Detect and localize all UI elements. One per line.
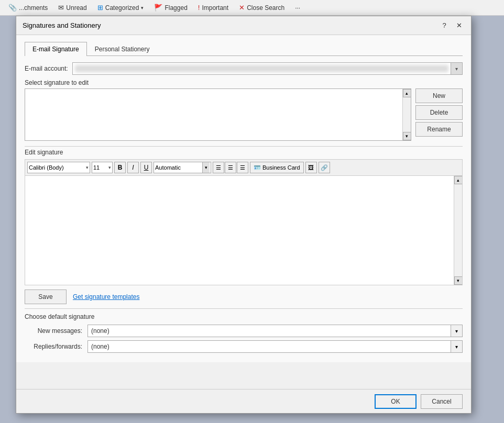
toolbar-unread-label: Unread	[66, 4, 86, 12]
save-row: Save Get signature templates	[25, 290, 463, 304]
new-messages-dropdown[interactable]: (none) ▾	[87, 325, 463, 337]
toolbar-flagged-label: Flagged	[165, 4, 187, 12]
format-toolbar: Calibri (Body) ▾ 11 ▾ B I U Automatic ▾	[25, 159, 463, 175]
save-button[interactable]: Save	[25, 290, 67, 304]
email-account-row: E-mail account: ▾	[25, 62, 463, 75]
scroll-down-button[interactable]: ▾	[403, 132, 411, 140]
align-left-icon: ☰	[216, 164, 221, 171]
replies-label: Replies/forwards:	[25, 343, 82, 350]
toolbar-item-important[interactable]: ! Important	[194, 2, 233, 14]
tab-bar: E-mail Signature Personal Stationery	[25, 41, 463, 56]
align-right-icon: ☰	[240, 164, 245, 171]
font-value: Calibri (Body)	[29, 164, 85, 171]
scroll-track	[403, 97, 411, 132]
align-center-button[interactable]: ☰	[225, 162, 236, 173]
bold-button[interactable]: B	[114, 162, 126, 173]
toolbar-item-close-search[interactable]: ✕ Close Search	[235, 2, 289, 14]
edit-sig-label: Edit signature	[25, 146, 463, 156]
sig-action-buttons: New Delete Rename	[415, 88, 463, 141]
replies-row: Replies/forwards: (none) ▾	[25, 340, 463, 353]
toolbar-item-unread[interactable]: ✉ Unread	[54, 2, 91, 14]
business-card-label: Business Card	[262, 164, 300, 171]
email-account-dropdown[interactable]: ▾	[72, 62, 463, 75]
toolbar-item-attachments[interactable]: 📎 ...chments	[4, 2, 52, 14]
dialog-title: Signatures and Stationery	[23, 21, 101, 29]
toolbar-close-search-label: Close Search	[247, 4, 284, 12]
replies-value: (none)	[91, 343, 109, 350]
hyperlink-button[interactable]: 🔗	[319, 162, 330, 173]
more-icon: ···	[295, 4, 300, 12]
font-color-selector[interactable]: Automatic ▾	[154, 162, 211, 173]
email-account-label: E-mail account:	[25, 65, 68, 72]
align-right-button[interactable]: ☰	[237, 162, 248, 173]
toolbar-attachments-label: ...chments	[19, 4, 48, 12]
arrow-down-icon2: ▾	[457, 278, 459, 283]
business-card-button[interactable]: 🪪 Business Card	[250, 162, 304, 173]
sig-scroll-track	[454, 184, 462, 276]
chevron-down-icon: ▾	[141, 5, 144, 10]
new-messages-row: New messages: (none) ▾	[25, 325, 463, 337]
tab-personal-stationery[interactable]: Personal Stationery	[87, 42, 158, 56]
font-size-selector[interactable]: 11 ▾	[92, 162, 113, 173]
sig-list-box[interactable]: ▴ ▾	[25, 88, 411, 141]
sig-edit-area[interactable]: ▴ ▾	[25, 175, 463, 285]
sig-list-scrollbar[interactable]: ▴ ▾	[402, 89, 411, 140]
rename-button[interactable]: Rename	[415, 122, 463, 137]
get-templates-link[interactable]: Get signature templates	[73, 293, 139, 300]
categorized-icon: ⊞	[97, 4, 103, 12]
tab-email-signature[interactable]: E-mail Signature	[25, 42, 87, 56]
select-sig-label: Select signature to edit	[25, 79, 463, 86]
arrow-down-icon: ▾	[406, 133, 408, 139]
align-center-icon: ☰	[228, 164, 233, 171]
new-button[interactable]: New	[415, 88, 463, 103]
underline-button[interactable]: U	[140, 162, 152, 173]
ok-button[interactable]: OK	[375, 394, 417, 409]
email-account-value	[75, 65, 448, 72]
business-card-icon: 🪪	[254, 164, 261, 171]
dialog-controls: ? ✕	[439, 20, 465, 31]
toolbar-important-label: Important	[202, 4, 228, 12]
email-account-arrow: ▾	[451, 63, 462, 74]
toolbar-item-more[interactable]: ···	[291, 2, 304, 14]
align-group: ☰ ☰ ☰	[213, 162, 248, 173]
toolbar: 📎 ...chments ✉ Unread ⊞ Categorized ▾ 🚩 …	[0, 0, 504, 16]
paperclip-icon: 📎	[8, 4, 17, 12]
cancel-button[interactable]: Cancel	[421, 394, 463, 409]
arrow-up-icon2: ▴	[457, 177, 459, 183]
sig-edit-scrollbar[interactable]: ▴ ▾	[454, 176, 462, 285]
important-icon: !	[198, 4, 200, 12]
picture-button[interactable]: 🖼	[305, 162, 317, 173]
sig-list-area: ▴ ▾ New Delete Rename	[25, 88, 463, 141]
toolbar-item-categorized[interactable]: ⊞ Categorized ▾	[93, 2, 148, 14]
signatures-dialog: Signatures and Stationery ? ✕ E-mail Sig…	[16, 16, 472, 414]
dialog-titlebar: Signatures and Stationery ? ✕	[16, 16, 471, 35]
font-arrow-icon: ▾	[86, 165, 89, 170]
default-sig-heading: Choose default signature	[25, 313, 463, 320]
italic-button[interactable]: I	[127, 162, 139, 173]
replies-dropdown[interactable]: (none) ▾	[87, 340, 463, 353]
font-size-arrow-icon: ▾	[108, 165, 111, 170]
dialog-footer: OK Cancel	[16, 389, 471, 413]
color-arrow-icon: ▾	[202, 162, 210, 173]
sig-scroll-down-button[interactable]: ▾	[454, 276, 463, 285]
flag-icon: 🚩	[154, 4, 162, 12]
new-messages-arrow-icon: ▾	[451, 325, 462, 337]
tab-personal-stationery-label: Personal Stationery	[95, 46, 150, 53]
picture-icon: 🖼	[308, 164, 314, 171]
tab-email-signature-label: E-mail Signature	[32, 46, 79, 53]
dialog-close-button[interactable]: ✕	[453, 20, 465, 31]
align-left-button[interactable]: ☰	[213, 162, 224, 173]
font-selector[interactable]: Calibri (Body) ▾	[27, 162, 90, 173]
toolbar-item-flagged[interactable]: 🚩 Flagged	[150, 2, 191, 14]
color-value: Automatic	[155, 164, 201, 171]
hyperlink-icon: 🔗	[321, 164, 328, 171]
unread-icon: ✉	[58, 4, 64, 12]
sig-scroll-up-button[interactable]: ▴	[454, 176, 463, 184]
dialog-help-button[interactable]: ?	[439, 20, 450, 31]
dialog-content: E-mail Signature Personal Stationery E-m…	[16, 35, 471, 362]
delete-button[interactable]: Delete	[415, 105, 463, 120]
replies-arrow-icon: ▾	[451, 341, 462, 352]
arrow-up-icon: ▴	[406, 91, 408, 96]
close-search-icon: ✕	[239, 4, 245, 12]
scroll-up-button[interactable]: ▴	[403, 89, 411, 97]
